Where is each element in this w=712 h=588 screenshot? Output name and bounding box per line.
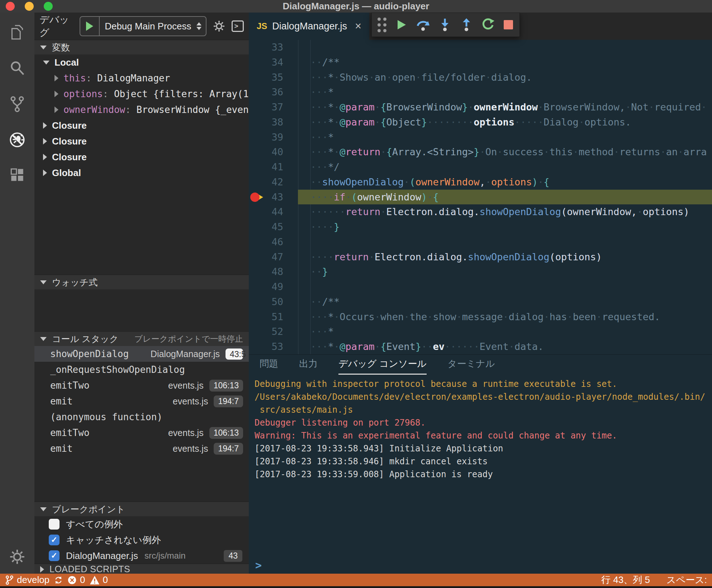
- variables-section-header[interactable]: 変数: [34, 40, 249, 54]
- breakpoint-row[interactable]: すべての例外: [34, 516, 249, 532]
- code-line[interactable]: 52···*: [249, 324, 712, 339]
- chevron-collapsed-icon[interactable]: [54, 91, 58, 97]
- chevron-collapsed-icon[interactable]: [43, 138, 47, 144]
- checkbox-unchecked-icon[interactable]: [49, 519, 60, 530]
- code-line[interactable]: 47····return·Electron.dialog.showOpenDia…: [249, 250, 712, 265]
- debug-console-output[interactable]: Debugging with inspector protocol becaus…: [249, 375, 712, 481]
- files-icon[interactable]: [8, 23, 26, 41]
- callstack-section-header[interactable]: コール スタック ブレークポイントで一時停止: [34, 331, 249, 346]
- debug-config-select[interactable]: Debug Main Process: [80, 16, 206, 36]
- panel-tab-問題[interactable]: 問題: [260, 357, 278, 375]
- extensions-icon[interactable]: [8, 167, 26, 185]
- start-debug-button[interactable]: [80, 17, 100, 35]
- open-console-icon[interactable]: >: [232, 20, 244, 32]
- code-line[interactable]: 42··showOpenDialog·(ownerWindow,·options…: [249, 175, 712, 190]
- panel-tab-出力[interactable]: 出力: [299, 357, 318, 375]
- callstack-frame[interactable]: emitevents.js194:7: [34, 441, 249, 456]
- code-line[interactable]: 51···*·Occurs·when·the·show·message·dial…: [249, 309, 712, 324]
- code-line[interactable]: 40···*·@return·{Array.<String>}·On·succe…: [249, 144, 712, 160]
- code-line[interactable]: 35···*·Shows·an·open·file/folder·dialog.: [249, 70, 712, 85]
- branch-indicator[interactable]: develop: [5, 574, 49, 585]
- variables-row[interactable]: ownerWindow: BrowserWindow {_events: Ev…: [34, 102, 249, 118]
- step-over-button[interactable]: [416, 18, 430, 32]
- code-line[interactable]: 33: [249, 40, 712, 55]
- step-into-button[interactable]: [438, 18, 451, 32]
- chevron-expanded-icon[interactable]: [43, 61, 49, 65]
- close-window-button[interactable]: [6, 2, 15, 11]
- stop-button[interactable]: [503, 19, 514, 30]
- warning-indicator[interactable]: 0: [90, 574, 108, 585]
- error-indicator[interactable]: 0: [67, 574, 85, 585]
- code-line[interactable]: 45····}: [249, 219, 712, 234]
- gear-icon[interactable]: [212, 19, 226, 33]
- chevron-collapsed-icon[interactable]: [43, 154, 47, 160]
- line-text: ···*·@param·{BrowserWindow}·ownerWindow·…: [298, 100, 712, 115]
- code-line[interactable]: 43····if·(ownerWindow)·{: [249, 190, 712, 205]
- continue-button[interactable]: [395, 18, 408, 31]
- code-line[interactable]: 50··/**: [249, 294, 712, 309]
- source-control-icon[interactable]: [8, 95, 26, 113]
- variables-row[interactable]: Global: [34, 165, 249, 181]
- restart-button[interactable]: [481, 18, 495, 32]
- code-line[interactable]: 37···*·@param·{BrowserWindow}·ownerWindo…: [249, 100, 712, 115]
- breakpoints-section-header[interactable]: ブレークポイント: [34, 502, 249, 516]
- callstack-frame[interactable]: _onRequestShowOpenDialog: [34, 362, 249, 378]
- code-line[interactable]: 34··/**: [249, 55, 712, 70]
- panel-tab-ターミナル[interactable]: ターミナル: [447, 357, 495, 375]
- breakpoint-row[interactable]: ✓キャッチされない例外: [34, 532, 249, 548]
- variable-name: ownerWindow: [63, 104, 125, 115]
- breakpoint-current-line-icon[interactable]: [250, 192, 267, 202]
- code-line[interactable]: 46: [249, 234, 712, 250]
- panel-tab-デバッグ コンソール[interactable]: デバッグ コンソール: [338, 357, 427, 375]
- checkbox-checked-icon[interactable]: ✓: [49, 550, 60, 561]
- chevron-collapsed-icon[interactable]: [43, 170, 47, 176]
- code-line[interactable]: 44······return·Electron.dialog.showOpenD…: [249, 204, 712, 219]
- variables-row[interactable]: Closure: [34, 118, 249, 133]
- tab-dialogmanager[interactable]: JS DialogManager.js ×: [249, 13, 369, 40]
- variables-row[interactable]: Closure: [34, 149, 249, 165]
- code-line[interactable]: 38···*·@param·{Object}········options···…: [249, 115, 712, 130]
- chevron-collapsed-icon[interactable]: [54, 75, 58, 81]
- settings-gear-icon[interactable]: [8, 548, 26, 566]
- breakpoint-path: src/js/main: [144, 551, 186, 561]
- indentation-setting[interactable]: スペース:: [666, 574, 707, 586]
- code-line[interactable]: 53···*·@param·{Event}··ev······Event·dat…: [249, 339, 712, 354]
- line-number: 46: [249, 234, 283, 250]
- chevron-collapsed-icon[interactable]: [54, 106, 58, 113]
- callstack-frame[interactable]: (anonymous function): [34, 409, 249, 425]
- zoom-window-button[interactable]: [44, 2, 53, 11]
- whitespace-dots: ·: [334, 341, 340, 352]
- debug-icon[interactable]: [8, 131, 26, 149]
- code-line[interactable]: 41···*/: [249, 160, 712, 175]
- loaded-scripts-section-header[interactable]: LOADED SCRIPTS: [34, 564, 249, 574]
- callstack-frame[interactable]: emitevents.js194:7: [34, 393, 249, 409]
- cursor-position[interactable]: 行 43、列 5: [601, 574, 650, 586]
- callstack-frame[interactable]: emitTwoevents.js106:13: [34, 425, 249, 441]
- minimize-window-button[interactable]: [25, 2, 34, 11]
- code-line[interactable]: 48··}: [249, 264, 712, 279]
- code-line[interactable]: 39···*: [249, 130, 712, 145]
- close-tab-icon[interactable]: ×: [355, 20, 361, 33]
- console-prompt-icon[interactable]: >: [255, 559, 262, 572]
- callstack-frame[interactable]: emitTwoevents.js106:13: [34, 378, 249, 393]
- window-title: DialogManager.js — audio-player: [283, 1, 429, 12]
- console-line: [2017-08-23 19:33:58.943] Initialize App…: [255, 442, 712, 455]
- whitespace-dots: ·: [456, 311, 462, 322]
- variables-row[interactable]: options: Object {filters: Array(1), pro…: [34, 86, 249, 102]
- chevron-collapsed-icon[interactable]: [43, 122, 47, 129]
- sync-button[interactable]: [54, 575, 63, 585]
- variables-row[interactable]: Local: [34, 54, 249, 70]
- search-icon[interactable]: [8, 59, 26, 77]
- drag-handle-icon[interactable]: [378, 18, 386, 32]
- variables-row[interactable]: Closure: [34, 133, 249, 149]
- code-line[interactable]: 49: [249, 279, 712, 294]
- code-editor[interactable]: 3334··/**35···*·Shows·an·open·file/folde…: [249, 40, 712, 354]
- checkbox-checked-icon[interactable]: ✓: [49, 535, 60, 545]
- callstack-frame[interactable]: showOpenDialogDialogManager.js43:5: [34, 346, 249, 362]
- watch-section-header[interactable]: ウォッチ式: [34, 275, 249, 289]
- variables-row[interactable]: this: DialogManager: [34, 70, 249, 86]
- step-out-button[interactable]: [460, 18, 473, 32]
- token: {: [380, 117, 386, 128]
- code-line[interactable]: 36···*: [249, 85, 712, 100]
- breakpoint-row[interactable]: ✓DialogManager.jssrc/js/main43: [34, 548, 249, 564]
